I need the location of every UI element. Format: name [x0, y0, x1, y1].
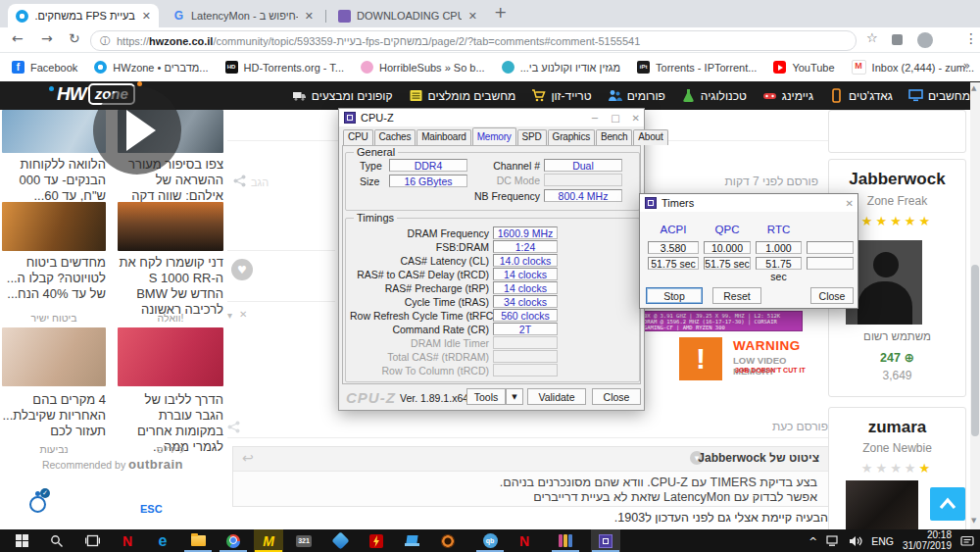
minimize-icon[interactable]: −	[591, 113, 599, 124]
network-icon[interactable]	[826, 535, 840, 547]
bookmark-magazine[interactable]: מגזין אודיו וקולנוע בי...	[502, 61, 620, 74]
tab-memory[interactable]: Memory	[472, 127, 516, 145]
maximize-icon[interactable]: □	[611, 113, 619, 124]
diablo-app[interactable]	[433, 529, 463, 552]
action-center-icon[interactable]	[960, 535, 974, 547]
close-icon[interactable]: ✕	[846, 198, 854, 209]
address-bar[interactable]: ⓘ https://hwzone.co.il/community/topic/5…	[90, 30, 857, 51]
bookmark-youtube[interactable]: YouTube	[773, 61, 834, 74]
new-tab-button[interactable]: +	[494, 3, 507, 22]
scroll-to-top-button[interactable]	[930, 487, 965, 521]
validate-button[interactable]: Validate	[527, 388, 586, 405]
ad-text[interactable]: הלוואה ללקוחות הבנקים- עד 000 ש"ח, עד 60…	[2, 157, 106, 204]
close-button[interactable]: Close	[592, 388, 641, 405]
video-play-button[interactable]	[93, 86, 181, 175]
tab-cpu[interactable]: CPU	[343, 129, 373, 145]
browser-tab-download[interactable]: DOWNLOADING CPU-Z_1.89-EN ✕	[330, 4, 485, 27]
back-icon[interactable]: ←	[12, 30, 24, 46]
bookmarks-overflow-icon[interactable]: »	[963, 59, 970, 73]
username[interactable]: Jabberwock	[828, 170, 966, 189]
browser-tab-hwzone[interactable]: בעיית FPS במשחקים. - עמוד 2 - ת ✕	[8, 4, 159, 27]
ad-image-loan[interactable]	[2, 110, 106, 153]
forward-icon[interactable]: →	[41, 30, 53, 46]
nav-item-recommended[interactable]: מחשבים מומלצים	[409, 88, 516, 103]
tab-graphics[interactable]: Graphics	[548, 129, 595, 145]
bookmark-facebook[interactable]: fFacebook	[12, 61, 77, 74]
user-avatar-computer[interactable]	[846, 480, 918, 529]
close-button[interactable]: Close	[810, 287, 854, 304]
cpuz-titlebar[interactable]: CPU-Z − □ ✕	[339, 109, 644, 126]
qbittorrent-app[interactable]: qb	[475, 529, 505, 552]
bookmark-star-icon[interactable]: ☆	[866, 30, 878, 45]
quote-header[interactable]: ↪ ▾ ציטוט של Jabberwock	[233, 447, 829, 472]
browser-tab-google[interactable]: G LatencyMon - חיפוש ב-Google ✕	[165, 4, 321, 27]
language-indicator[interactable]: ENG	[871, 535, 894, 547]
nav-item-forums[interactable]: פורומים	[608, 88, 665, 103]
nav-item-gaming[interactable]: גיימינג	[762, 88, 813, 103]
tab-close-icon[interactable]: ✕	[142, 10, 151, 23]
share-icon[interactable]	[227, 421, 240, 436]
nav-item-technology[interactable]: טכנולוגיה	[681, 88, 747, 103]
musicbee-app[interactable]: M	[254, 529, 283, 552]
clock[interactable]: 20:18 31/07/2019	[903, 530, 952, 551]
reset-button[interactable]: Reset	[712, 287, 761, 304]
file-explorer-app[interactable]	[183, 529, 213, 552]
task-view-button[interactable]	[77, 529, 107, 552]
ad-image-surprised-woman[interactable]	[2, 327, 106, 386]
ad-image-insurance[interactable]	[2, 202, 106, 251]
extension-icon[interactable]	[892, 34, 903, 45]
cpuz-app[interactable]	[591, 529, 620, 552]
tab-mainboard[interactable]: Mainboard	[416, 129, 470, 145]
bookmark-hwzone[interactable]: HWzone • מדברים...	[94, 61, 208, 74]
bookmark-gmail[interactable]: MInbox (2,444) - zum...	[852, 60, 975, 75]
reply-arrow-icon[interactable]: ↪	[242, 450, 254, 466]
outbrain-attribution[interactable]: Recommended by outbrain	[0, 457, 225, 472]
timers-dialog[interactable]: Timers ✕ ACPI QPC RTC 3.580 MHz 10.000 M…	[639, 193, 858, 309]
nav-item-tradezone[interactable]: טרייד-זון	[531, 88, 591, 103]
netflix-app[interactable]: N	[113, 529, 142, 552]
profile-avatar-icon[interactable]	[917, 32, 933, 48]
reload-icon[interactable]: ↻	[69, 30, 80, 46]
dismiss-x-icon[interactable]: ✕	[239, 309, 247, 320]
bookmark-horriblesubs[interactable]: HorribleSubs » So b...	[361, 61, 485, 74]
tab-caches[interactable]: Caches	[374, 129, 416, 145]
menu-icon[interactable]: ⋮	[964, 30, 978, 46]
timers-titlebar[interactable]: Timers ✕	[640, 194, 858, 212]
tray-chevron-up-icon[interactable]: ^	[808, 535, 817, 547]
accessibility-icon[interactable]: ✓	[27, 491, 49, 513]
close-icon[interactable]: ✕	[632, 113, 640, 124]
collapse-caret-icon[interactable]: ▾	[227, 310, 232, 321]
tab-spd[interactable]: SPD	[517, 129, 547, 145]
stop-button[interactable]: Stop	[646, 287, 703, 304]
bookmark-iptorrents[interactable]: iPtTorrents - IPTorrent...	[637, 61, 757, 74]
ad-image-winking-woman[interactable]	[118, 327, 223, 386]
tab-close-icon[interactable]: ✕	[305, 10, 314, 23]
nav-item-computers[interactable]: מחשבים	[908, 88, 970, 103]
cpuz-window[interactable]: CPU-Z − □ ✕ CPU Caches Mainboard Memory …	[338, 108, 645, 411]
reply-hint[interactable]: הגב	[251, 176, 269, 188]
start-button[interactable]	[7, 529, 36, 552]
ad-text[interactable]: דני קושמרו לקח את ה-S 1000 RR החדש של BM…	[118, 255, 223, 318]
search-button[interactable]	[42, 529, 72, 552]
netflix-window[interactable]: N	[510, 529, 539, 552]
tools-dropdown-icon[interactable]: ▼	[506, 388, 523, 405]
tab-about[interactable]: About	[633, 129, 667, 145]
ad-text[interactable]: 4 מקרים בהם האחריות שקיבלת... תעזור לכם	[2, 392, 106, 439]
scrollbar-up-icon[interactable]: ▲	[971, 84, 976, 92]
volume-icon[interactable]	[849, 535, 862, 547]
like-heart-icon[interactable]: ♥	[231, 259, 253, 280]
scrollbar-thumb[interactable]	[971, 265, 979, 436]
winrar-app[interactable]	[551, 529, 580, 552]
bookmark-hdtorrents[interactable]: HDHD-Torrents.org - T...	[225, 61, 345, 74]
info-icon[interactable]: ⓘ	[100, 34, 110, 48]
esc-label[interactable]: ESC	[140, 503, 163, 515]
nav-item-coupons[interactable]: קופונים ומבצעים	[292, 88, 393, 103]
tab-bench[interactable]: Bench	[596, 129, 632, 145]
edge-app[interactable]: e	[148, 529, 177, 552]
share-icon[interactable]	[233, 175, 246, 190]
blue-app[interactable]	[325, 529, 355, 552]
tab-close-icon[interactable]: ✕	[468, 10, 477, 23]
scrollbar-down-icon[interactable]: ▼	[971, 517, 976, 525]
red-utility-app[interactable]	[362, 529, 391, 552]
ad-image-motorcycles[interactable]	[118, 202, 223, 251]
